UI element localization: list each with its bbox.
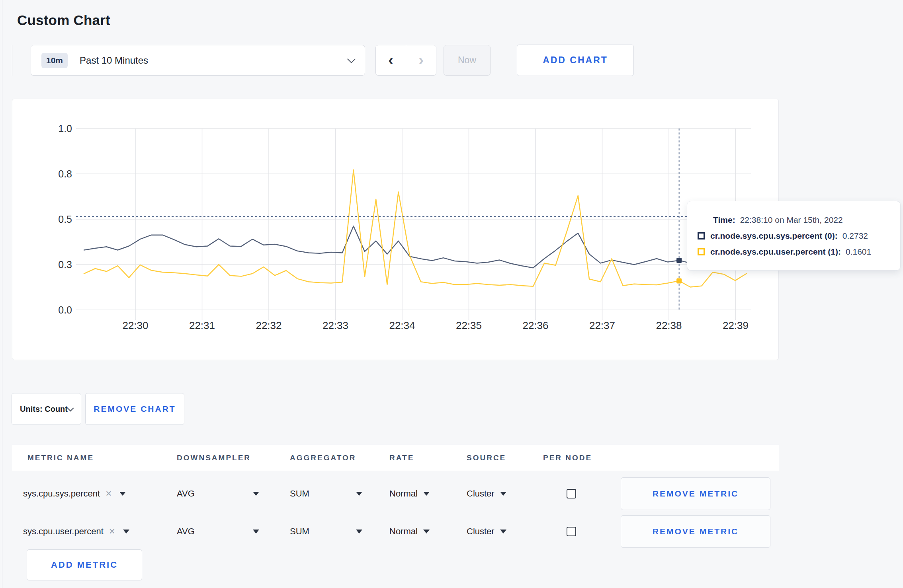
downsampler-select[interactable]: AVG [177, 512, 195, 550]
caret-down-icon[interactable] [253, 530, 259, 533]
caret-down-icon[interactable] [356, 492, 362, 496]
now-button[interactable]: Now [444, 45, 491, 76]
time-window-badge: 10m [41, 53, 68, 68]
metric-row: sys.cpu.user.percent × AVG SUM Normal Cl… [12, 512, 779, 550]
remove-chart-button[interactable]: REMOVE CHART [85, 393, 184, 425]
tooltip-series-value: 0.1601 [846, 247, 871, 257]
rate-select[interactable]: Normal [389, 512, 430, 550]
svg-text:22:36: 22:36 [522, 319, 548, 331]
time-window-arrows: ‹ › [375, 45, 436, 76]
svg-text:22:33: 22:33 [322, 319, 348, 331]
tooltip-series-row: cr.node.sys.cpu.sys.percent (0): 0.2732 [698, 231, 892, 241]
svg-text:22:34: 22:34 [389, 319, 415, 331]
tooltip-time-row: Time: 22:38:10 on Mar 15th, 2022 [713, 215, 892, 225]
aggregator-select[interactable]: SUM [290, 512, 309, 550]
svg-text:22:37: 22:37 [589, 319, 615, 331]
chart-hover-tooltip: Time: 22:38:10 on Mar 15th, 2022 cr.node… [687, 201, 901, 271]
rate-select[interactable]: Normal [389, 475, 430, 512]
metric-name-select[interactable]: sys.cpu.user.percent × [23, 512, 129, 550]
close-icon[interactable]: × [109, 525, 115, 537]
tooltip-series-row: cr.node.sys.cpu.user.percent (1): 0.1601 [698, 247, 892, 257]
svg-text:1.0: 1.0 [58, 123, 72, 134]
downsampler-select[interactable]: AVG [177, 475, 195, 512]
tooltip-series-label: cr.node.sys.cpu.sys.percent (0): [710, 231, 838, 241]
timeseries-plot[interactable]: 0.00.30.50.81.022:3022:3122:3222:3322:34… [12, 99, 778, 360]
add-metric-button[interactable]: ADD METRIC [27, 549, 142, 580]
column-header-source: SOURCE [467, 445, 506, 471]
close-icon[interactable]: × [106, 487, 111, 500]
svg-text:0.0: 0.0 [58, 304, 72, 315]
svg-text:0.5: 0.5 [58, 214, 72, 225]
series-user-swatch-icon [698, 248, 705, 255]
column-header-metric-name: METRIC NAME [27, 445, 94, 471]
svg-text:22:32: 22:32 [256, 319, 281, 331]
per-node-checkbox[interactable] [567, 527, 576, 536]
previous-time-window-button[interactable]: ‹ [376, 45, 406, 75]
caret-down-icon[interactable] [356, 530, 362, 533]
remove-metric-button[interactable]: REMOVE METRIC [621, 515, 770, 548]
source-select[interactable]: Cluster [467, 512, 506, 550]
caret-down-icon [500, 530, 506, 533]
tooltip-series-label: cr.node.sys.cpu.user.percent (1): [710, 247, 841, 257]
chevron-left-icon: ‹ [388, 52, 393, 69]
add-chart-button[interactable]: ADD CHART [517, 45, 634, 76]
tooltip-time-label: Time: [713, 215, 735, 225]
metric-name-select[interactable]: sys.cpu.sys.percent × [23, 475, 126, 512]
metrics-table-header: METRIC NAME DOWNSAMPLER AGGREGATOR RATE … [12, 445, 779, 471]
column-header-downsampler: DOWNSAMPLER [177, 445, 251, 471]
time-window-label: Past 10 Minutes [80, 55, 348, 66]
aggregator-select[interactable]: SUM [290, 475, 309, 512]
svg-text:22:39: 22:39 [723, 319, 749, 331]
next-time-window-button[interactable]: › [406, 45, 436, 75]
source-select[interactable]: Cluster [467, 475, 506, 512]
column-header-aggregator: AGGREGATOR [290, 445, 356, 471]
remove-metric-button[interactable]: REMOVE METRIC [621, 477, 770, 510]
caret-down-icon [423, 492, 430, 496]
column-header-per-node: PER NODE [543, 445, 592, 471]
caret-down-icon [500, 492, 506, 496]
units-selector[interactable]: Units: Count [12, 393, 81, 425]
time-window-selector[interactable]: 10m Past 10 Minutes [31, 45, 365, 76]
svg-text:22:30: 22:30 [122, 319, 148, 331]
page-left-border [2, 0, 2, 588]
custom-chart-page: { "page": {"title": "Custom Chart"}, "co… [0, 0, 903, 588]
per-node-checkbox[interactable] [567, 489, 576, 498]
toolbar-divider [12, 45, 12, 76]
svg-text:22:35: 22:35 [456, 319, 482, 331]
tooltip-time-value: 22:38:10 on Mar 15th, 2022 [740, 215, 843, 225]
chevron-down-icon [67, 405, 74, 412]
svg-text:22:31: 22:31 [189, 319, 215, 331]
svg-text:22:38: 22:38 [656, 319, 682, 331]
caret-down-icon[interactable] [253, 492, 259, 496]
chevron-right-icon: › [418, 52, 424, 69]
page-title: Custom Chart [17, 12, 110, 28]
caret-down-icon [119, 492, 126, 496]
svg-text:0.3: 0.3 [58, 259, 72, 270]
svg-text:0.8: 0.8 [58, 168, 72, 179]
chart-panel: 0.00.30.50.81.022:3022:3122:3222:3322:34… [12, 99, 779, 360]
caret-down-icon [423, 530, 430, 533]
column-header-rate: RATE [389, 445, 414, 471]
chevron-down-icon [347, 55, 356, 63]
caret-down-icon [123, 530, 129, 533]
metric-row: sys.cpu.sys.percent × AVG SUM Normal Clu… [12, 475, 779, 512]
series-sys-swatch-icon [698, 232, 705, 239]
tooltip-series-value: 0.2732 [842, 231, 868, 241]
